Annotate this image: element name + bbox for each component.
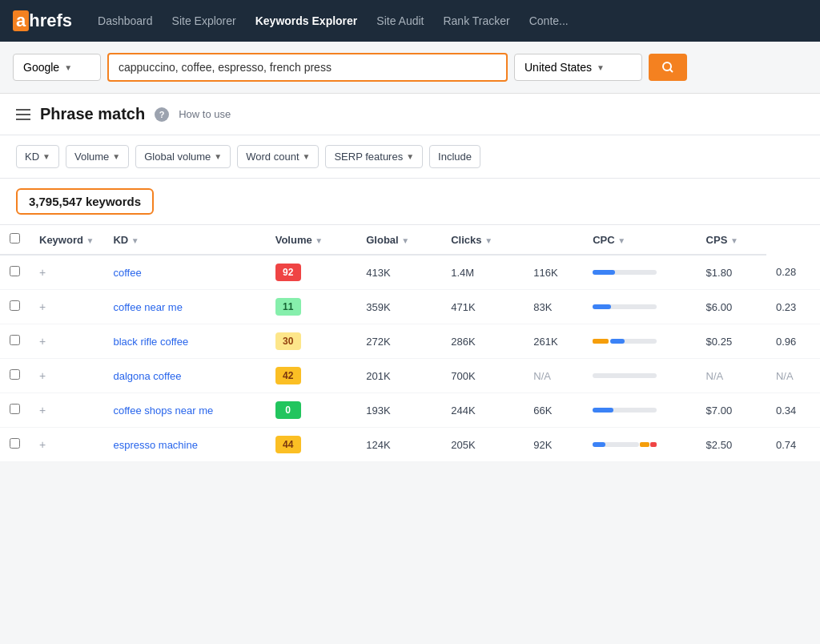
row-keyword[interactable]: coffee shops near me	[103, 393, 265, 428]
row-bar	[583, 428, 696, 462]
how-to-use-link[interactable]: How to use	[179, 108, 231, 120]
row-checkbox[interactable]	[10, 335, 20, 345]
col-header-bar	[524, 225, 583, 255]
row-cpc: $0.25	[697, 324, 766, 359]
row-keyword[interactable]: black rifle coffee	[103, 324, 265, 359]
col-header-global[interactable]: Global ▼	[356, 225, 441, 255]
col-header-volume[interactable]: Volume ▼	[266, 225, 357, 255]
row-checkbox[interactable]	[10, 300, 20, 311]
word-count-chevron-icon: ▼	[303, 152, 311, 161]
keywords-label: keywords	[86, 195, 141, 208]
row-cpc: $6.00	[697, 290, 766, 324]
row-checkbox-cell	[0, 255, 30, 290]
select-all-checkbox[interactable]	[10, 233, 20, 244]
row-clicks: N/A	[524, 359, 583, 393]
row-kd: 30	[266, 324, 357, 359]
logo-hrefs: hrefs	[29, 10, 72, 31]
row-cps: N/A	[766, 359, 820, 393]
row-global: 205K	[441, 428, 524, 462]
logo-a: a	[13, 10, 29, 31]
kd-chevron-icon: ▼	[42, 152, 50, 161]
nav-item-conte[interactable]: Conte...	[529, 11, 569, 30]
hamburger-menu[interactable]	[16, 109, 30, 120]
table-row: +coffee near me11359K471K83K $6.000.23	[0, 290, 820, 324]
nav-item-rank-tracker[interactable]: Rank Tracker	[443, 11, 509, 30]
help-icon[interactable]: ?	[155, 107, 169, 122]
table-row: +black rifle coffee30272K286K261K $0.250…	[0, 324, 820, 359]
row-add-btn[interactable]: +	[30, 255, 103, 290]
filter-include[interactable]: Include	[429, 145, 480, 168]
clicks-sort-icon: ▼	[484, 236, 492, 245]
col-header-cpc[interactable]: CPC ▼	[583, 225, 696, 255]
row-keyword[interactable]: espresso machine	[103, 428, 265, 462]
row-add-btn[interactable]: +	[30, 324, 103, 359]
row-cpc: $2.50	[697, 428, 766, 462]
nav-item-keywords-explorer[interactable]: Keywords Explorer	[255, 11, 358, 30]
nav-item-dashboard[interactable]: Dashboard	[98, 11, 153, 30]
row-add-btn[interactable]: +	[30, 359, 103, 393]
row-keyword[interactable]: coffee	[103, 255, 265, 290]
phrase-match-header: Phrase match ? How to use	[0, 94, 820, 135]
country-chevron-icon: ▼	[597, 63, 605, 72]
row-keyword[interactable]: coffee near me	[103, 290, 265, 324]
filter-volume[interactable]: Volume ▼	[66, 145, 129, 168]
col-header-kd[interactable]: KD ▼	[103, 225, 265, 255]
row-cps: 0.74	[766, 428, 820, 462]
engine-select[interactable]: Google ▼	[13, 54, 101, 81]
nav-item-site-explorer[interactable]: Site Explorer	[172, 11, 236, 30]
row-checkbox[interactable]	[10, 266, 20, 276]
row-global: 471K	[441, 290, 524, 324]
row-global: 700K	[441, 359, 524, 393]
col-header-checkbox	[0, 225, 30, 255]
volume-sort-icon: ▼	[315, 236, 323, 245]
filter-word-count[interactable]: Word count ▼	[237, 145, 319, 168]
col-header-clicks[interactable]: Clicks ▼	[441, 225, 524, 255]
engine-chevron-icon: ▼	[64, 63, 90, 72]
col-header-cps[interactable]: CPS ▼	[697, 225, 766, 255]
row-kd: 0	[266, 393, 357, 428]
keywords-count-wrap: 3,795,547 keywords	[0, 179, 820, 225]
row-cps: 0.28	[766, 255, 820, 290]
row-clicks: 116K	[524, 255, 583, 290]
svg-line-1	[670, 70, 673, 73]
search-button[interactable]	[649, 54, 687, 81]
row-volume: 413K	[356, 255, 441, 290]
country-select[interactable]: United States ▼	[514, 54, 642, 81]
nav-item-site-audit[interactable]: Site Audit	[376, 11, 424, 30]
row-clicks: 92K	[524, 428, 583, 462]
row-keyword[interactable]: dalgona coffee	[103, 359, 265, 393]
row-checkbox-cell	[0, 428, 30, 462]
row-cps: 0.23	[766, 290, 820, 324]
volume-chevron-icon: ▼	[112, 152, 120, 161]
row-bar	[583, 393, 696, 428]
keywords-count-badge: 3,795,547 keywords	[16, 188, 154, 215]
cpc-sort-icon: ▼	[617, 236, 625, 245]
row-checkbox[interactable]	[10, 438, 20, 449]
row-checkbox[interactable]	[10, 404, 20, 414]
row-add-btn[interactable]: +	[30, 290, 103, 324]
row-checkbox-cell	[0, 393, 30, 428]
filter-global-volume[interactable]: Global volume ▼	[135, 145, 231, 168]
row-clicks: 261K	[524, 324, 583, 359]
search-icon	[661, 61, 674, 74]
filters-bar: KD ▼ Volume ▼ Global volume ▼ Word count…	[0, 135, 820, 179]
global-sort-icon: ▼	[401, 236, 409, 245]
row-clicks: 83K	[524, 290, 583, 324]
kd-sort-icon: ▼	[131, 236, 139, 245]
col-header-keyword[interactable]: Keyword ▼	[30, 225, 103, 255]
row-add-btn[interactable]: +	[30, 393, 103, 428]
row-cps: 0.96	[766, 324, 820, 359]
keywords-count: 3,795,547	[29, 195, 82, 208]
row-kd: 11	[266, 290, 357, 324]
table-row: +coffee shops near me0193K244K66K $7.000…	[0, 393, 820, 428]
row-volume: 359K	[356, 290, 441, 324]
logo[interactable]: ahrefs	[13, 10, 72, 31]
row-add-btn[interactable]: +	[30, 428, 103, 462]
filter-serp-features[interactable]: SERP features ▼	[325, 145, 423, 168]
search-input[interactable]: cappuccino, coffee, espresso, french pre…	[107, 53, 508, 82]
row-kd: 92	[266, 255, 357, 290]
filter-kd[interactable]: KD ▼	[16, 145, 59, 168]
global-volume-chevron-icon: ▼	[214, 152, 222, 161]
phrase-match-title: Phrase match	[40, 105, 145, 123]
row-checkbox[interactable]	[10, 369, 20, 380]
